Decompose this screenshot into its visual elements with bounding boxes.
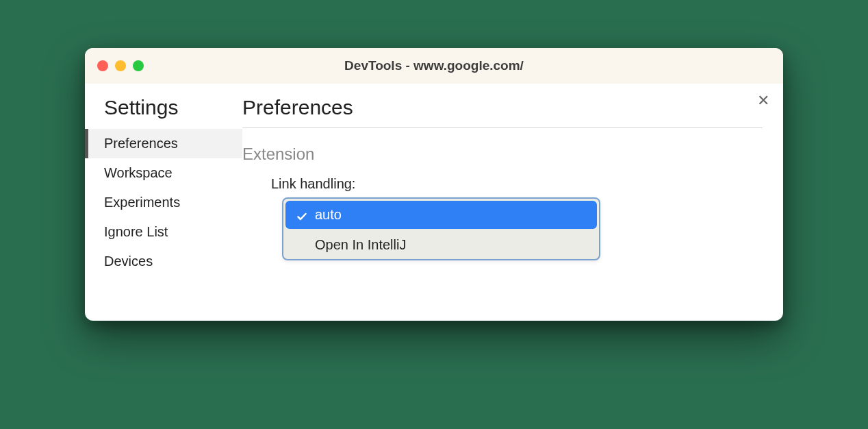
dropdown-option-label: auto [315, 207, 342, 222]
section-title: Extension [242, 145, 763, 164]
maximize-window-button[interactable] [133, 60, 144, 71]
close-window-button[interactable] [97, 60, 108, 71]
close-settings-button[interactable]: ✕ [757, 93, 769, 108]
dropdown-option-intellij[interactable]: Open In IntelliJ [283, 231, 599, 259]
check-icon [296, 210, 307, 221]
devtools-window: DevTools - www.google.com/ ✕ Settings Pr… [85, 48, 783, 321]
sidebar-item-label: Experiments [104, 195, 180, 210]
page-title: Preferences [242, 96, 763, 128]
sidebar-item-label: Preferences [104, 136, 178, 151]
minimize-window-button[interactable] [115, 60, 126, 71]
sidebar-item-experiments[interactable]: Experiments [85, 188, 242, 217]
sidebar-item-label: Workspace [104, 165, 173, 180]
sidebar-item-label: Ignore List [104, 224, 168, 239]
sidebar-item-preferences[interactable]: Preferences [85, 129, 242, 158]
main-panel: Preferences Extension Link handling: aut… [242, 84, 783, 321]
sidebar-item-devices[interactable]: Devices [85, 247, 242, 276]
titlebar: DevTools - www.google.com/ [85, 48, 783, 84]
sidebar-item-workspace[interactable]: Workspace [85, 158, 242, 188]
dropdown-option-auto[interactable]: auto [285, 201, 597, 229]
window-title: DevTools - www.google.com/ [85, 58, 783, 73]
content-area: ✕ Settings Preferences Workspace Experim… [85, 84, 783, 321]
traffic-lights [97, 60, 144, 71]
sidebar-item-label: Devices [104, 254, 153, 269]
link-handling-dropdown[interactable]: auto Open In IntelliJ [282, 197, 600, 260]
link-handling-label: Link handling: [271, 176, 763, 192]
sidebar-item-ignore-list[interactable]: Ignore List [85, 217, 242, 247]
settings-sidebar: Settings Preferences Workspace Experimen… [85, 84, 242, 321]
sidebar-title: Settings [85, 96, 242, 129]
dropdown-option-label: Open In IntelliJ [315, 237, 406, 252]
